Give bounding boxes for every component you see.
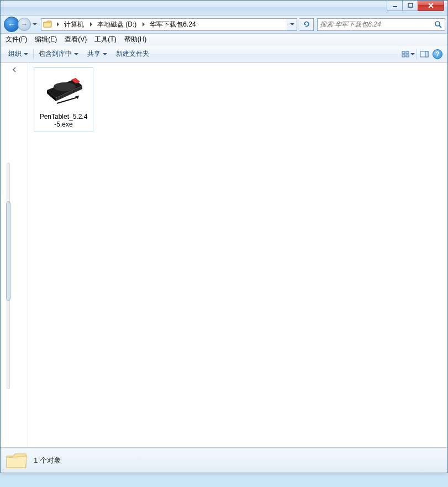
breadcrumb-sep[interactable] [87,19,95,30]
file-list[interactable]: PenTablet_5.2.4 -5.exe [28,63,447,447]
separator [417,49,417,60]
include-button[interactable]: 包含到库中 [34,48,83,60]
chevron-right-icon [57,22,59,27]
chevron-down-icon [103,53,107,55]
nav-history-dropdown[interactable] [31,18,39,30]
breadcrumb-sep[interactable] [140,19,147,30]
menu-edit[interactable]: 编辑(E) [31,34,61,45]
arrow-left-icon: ← [8,20,15,29]
search-input[interactable] [318,20,431,28]
forward-button[interactable]: → [18,18,31,31]
navpane-scroll-thumb[interactable] [6,201,10,301]
share-button[interactable]: 共享 [83,48,112,60]
menu-file[interactable]: 文件(F) [2,34,31,45]
preview-pane-icon [420,51,429,57]
svg-rect-6 [402,55,405,57]
nav-buttons: ← → [4,17,39,32]
content-area: PenTablet_5.2.4 -5.exe [1,63,447,447]
arrow-right-icon: → [21,20,28,28]
folder-icon [5,451,28,470]
file-item[interactable]: PenTablet_5.2.4 -5.exe [34,67,93,132]
svg-rect-9 [425,51,428,57]
svg-rect-4 [402,51,405,54]
svg-point-2 [435,22,440,26]
address-dropdown[interactable] [287,19,297,30]
titlebar [1,1,447,15]
search-box[interactable] [317,18,445,31]
minimize-button[interactable] [387,1,403,11]
search-icon[interactable] [431,19,445,30]
refresh-button[interactable] [299,18,314,31]
include-label: 包含到库中 [39,49,72,59]
statusbar: 1 个对象 [1,447,447,473]
chevron-down-icon [410,53,415,55]
maximize-button[interactable] [402,1,418,11]
back-button[interactable]: ← [4,17,19,32]
file-name: PenTablet_5.2.4 -5.exe [40,113,88,128]
collapse-tree-icon[interactable] [11,66,18,73]
close-button[interactable] [418,1,444,11]
svg-rect-7 [406,55,409,57]
help-icon: ? [433,49,442,59]
separator [33,49,34,60]
share-label: 共享 [87,49,101,59]
menu-help[interactable]: 帮助(H) [120,34,151,45]
navigation-row: ← → 计算机 本地磁盘 (D:) 华军下载包6.24 [1,15,447,34]
menu-view[interactable]: 查看(V) [61,34,91,45]
chevron-down-icon [33,23,37,25]
address-bar[interactable]: 计算机 本地磁盘 (D:) 华军下载包6.24 [41,18,297,31]
view-options-button[interactable] [400,48,416,61]
explorer-window: ← → 计算机 本地磁盘 (D:) 华军下载包6.24 文件 [0,0,448,473]
toolbar: 组织 包含到库中 共享 新建文件夹 ? [1,45,447,63]
breadcrumb-drive[interactable]: 本地磁盘 (D:) [95,19,140,30]
svg-rect-0 [393,6,397,7]
organize-button[interactable]: 组织 [4,48,33,60]
file-thumbnail [39,70,88,111]
newfolder-label: 新建文件夹 [116,49,149,59]
view-icon [402,51,409,57]
organize-label: 组织 [8,49,22,59]
svg-rect-1 [408,3,413,7]
menu-tools[interactable]: 工具(T) [91,34,120,45]
breadcrumb-folder[interactable]: 华军下载包6.24 [147,19,199,30]
breadcrumb-sep[interactable] [54,19,62,30]
breadcrumb-computer[interactable]: 计算机 [62,19,87,30]
chevron-right-icon [90,22,92,27]
chevron-down-icon [290,23,294,25]
chevron-down-icon [74,53,78,55]
chevron-right-icon [143,22,145,27]
svg-rect-5 [406,51,409,54]
svg-point-14 [54,82,76,91]
status-text: 1 个对象 [34,455,61,465]
menubar: 文件(F) 编辑(E) 查看(V) 工具(T) 帮助(H) [1,34,447,45]
help-button[interactable]: ? [431,48,444,61]
svg-line-3 [439,25,441,28]
navigation-pane[interactable] [1,63,28,447]
preview-pane-button[interactable] [418,48,431,61]
chevron-down-icon [24,53,28,55]
newfolder-button[interactable]: 新建文件夹 [112,48,154,60]
folder-icon [42,19,53,30]
